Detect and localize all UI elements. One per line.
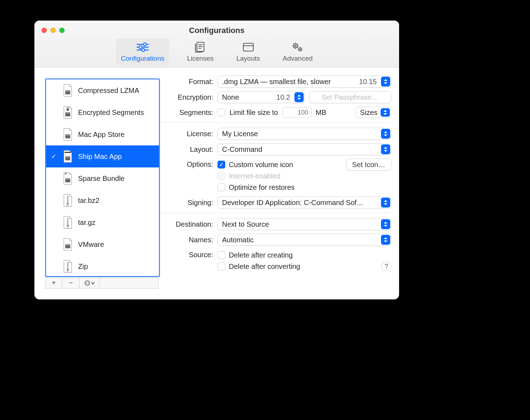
list-item[interactable]: ZIPZip (46, 255, 159, 277)
layout-value: C-Command (222, 145, 262, 154)
format-select[interactable]: .dmg LZMA — smallest file, slower 10.15 (217, 76, 391, 88)
encryption-select[interactable]: None 10.2 (217, 91, 305, 103)
file-type-icon (62, 237, 74, 252)
list-item-label: tar.gz (78, 219, 155, 227)
svg-line-21 (297, 47, 298, 48)
list-item[interactable]: ✓Ship Mac App (46, 145, 159, 167)
list-item[interactable]: Encrypted Segments (46, 101, 159, 123)
tab-advanced-label: Advanced (283, 55, 313, 62)
destination-value: Next to Source (222, 220, 269, 228)
svg-point-15 (299, 49, 300, 50)
stepper-icon (294, 92, 304, 102)
divider (160, 213, 391, 213)
list-item[interactable]: GZtar.gz (46, 211, 159, 233)
list-item[interactable]: Sparse Bundle (46, 167, 159, 189)
svg-point-49 (87, 283, 88, 283)
svg-line-22 (297, 44, 298, 44)
set-passphrase-button: Set Passphrase… (309, 91, 391, 103)
titlebar: Configurations Configurations (34, 21, 399, 68)
signing-value: Developer ID Application: C-Command Sof… (222, 199, 364, 207)
stepper-icon (381, 235, 390, 245)
svg-rect-33 (65, 152, 71, 153)
list-item-label: Encrypted Segments (78, 109, 155, 117)
document-icon (194, 40, 206, 54)
sizes-menu[interactable]: Sizes (355, 107, 391, 118)
signing-label: Signing: (164, 199, 213, 207)
svg-rect-44 (67, 262, 68, 270)
svg-point-13 (295, 45, 296, 46)
svg-rect-25 (65, 90, 70, 92)
list-item-label: Mac App Store (78, 131, 155, 139)
svg-point-5 (142, 49, 145, 51)
optimize-restores-checkbox[interactable] (217, 183, 225, 191)
svg-rect-10 (243, 43, 253, 51)
custom-volume-icon-checkbox[interactable] (217, 161, 225, 168)
svg-point-50 (88, 283, 89, 283)
file-type-icon (62, 83, 74, 98)
list-item[interactable]: BZ2tar.bz2 (46, 189, 159, 211)
layout-label: Layout: (164, 145, 213, 154)
svg-point-1 (143, 43, 146, 46)
list-item-label: Ship Mac App (78, 153, 155, 161)
delete-after-converting-label: Delete after converting (229, 262, 300, 271)
configurations-list[interactable]: Compressed LZMAEncrypted SegmentsMac App… (45, 78, 160, 277)
file-type-icon: GZ (62, 215, 74, 230)
window-title: Configurations (34, 26, 399, 35)
names-value: Automatic (222, 236, 254, 244)
list-item-label: tar.bz2 (78, 197, 155, 205)
svg-point-48 (86, 283, 87, 283)
tab-layouts-label: Layouts (236, 55, 260, 62)
segments-label: Segments: (164, 109, 213, 117)
svg-rect-30 (65, 134, 70, 136)
delete-after-converting-checkbox[interactable] (217, 262, 225, 270)
signing-select[interactable]: Developer ID Application: C-Command Sof… (217, 197, 391, 209)
svg-rect-35 (65, 178, 70, 179)
segment-size-input[interactable] (282, 107, 311, 118)
list-item[interactable]: Compressed LZMA (46, 79, 159, 101)
svg-point-3 (139, 46, 142, 49)
remove-button[interactable]: − (62, 277, 79, 288)
tab-layouts[interactable]: Layouts (231, 38, 265, 65)
set-icon-button[interactable]: Set Icon… (346, 159, 391, 171)
tab-configurations-label: Configurations (121, 55, 165, 62)
ellipsis-chevron-icon (84, 280, 95, 286)
add-button[interactable]: + (45, 277, 62, 288)
tab-licenses[interactable]: Licenses (182, 38, 219, 65)
svg-rect-28 (67, 109, 69, 111)
source-label: Source: (164, 249, 213, 259)
gears-icon (291, 40, 305, 54)
names-select[interactable]: Automatic (217, 234, 391, 246)
stepper-icon (381, 198, 390, 208)
list-item[interactable]: VMware (46, 233, 159, 255)
license-value: My License (222, 130, 258, 138)
file-type-icon (62, 127, 74, 142)
limit-size-label: Limit file size to (230, 109, 278, 117)
file-type-icon: ZIP (62, 259, 74, 274)
help-button[interactable]: ? (381, 261, 391, 271)
action-menu-button[interactable] (79, 277, 99, 288)
tab-advanced[interactable]: Advanced (278, 38, 318, 65)
content-area: Compressed LZMAEncrypted SegmentsMac App… (34, 68, 399, 299)
file-type-icon (62, 105, 74, 120)
svg-rect-39 (67, 218, 68, 226)
list-item-label: Sparse Bundle (78, 175, 155, 183)
encryption-value: None (222, 93, 239, 101)
delete-after-creating-checkbox[interactable] (217, 251, 225, 259)
list-item-label: Zip (78, 262, 155, 271)
destination-select[interactable]: Next to Source (217, 218, 391, 230)
list-item[interactable]: Mac App Store (46, 123, 159, 145)
preferences-window: Configurations Configurations (34, 21, 399, 299)
license-select[interactable]: My License (217, 128, 391, 140)
checkmark-icon: ✓ (50, 153, 57, 160)
stepper-icon (381, 144, 390, 154)
limit-size-checkbox[interactable] (217, 109, 225, 116)
svg-text:BZ2: BZ2 (66, 205, 69, 207)
list-action-bar: + − (45, 277, 159, 289)
stepper-icon (381, 129, 390, 139)
file-type-icon: BZ2 (62, 193, 74, 208)
configuration-form: Format: .dmg LZMA — smallest file, slowe… (160, 68, 399, 299)
svg-rect-36 (67, 196, 68, 204)
layout-select[interactable]: C-Command (217, 143, 391, 155)
sizes-label: Sizes (360, 109, 377, 117)
tab-configurations[interactable]: Configurations (116, 38, 170, 65)
